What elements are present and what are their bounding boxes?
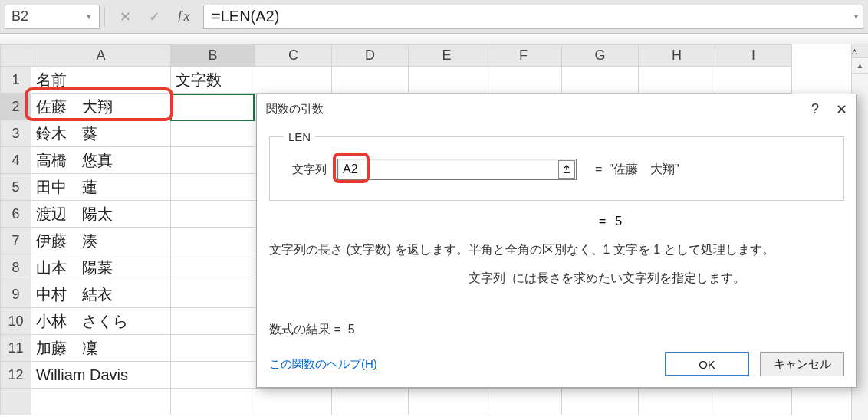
argument-row: 文字列 = "佐藤 大翔" — [284, 159, 830, 180]
cell-B2[interactable] — [171, 94, 255, 120]
formula-bar: B2 ▼ ✕ ✓ ƒx =LEN(A2) ▾ — [0, 0, 868, 34]
cell-A2[interactable]: 佐藤 大翔 — [31, 94, 171, 120]
function-help-link[interactable]: この関数のヘルプ(H) — [269, 357, 377, 372]
ribbon-collapse-icon[interactable]: ▵ — [852, 44, 868, 58]
argument-input[interactable] — [337, 159, 577, 180]
col-header-F[interactable]: F — [485, 45, 562, 67]
name-box-value: B2 — [12, 8, 28, 25]
cell[interactable] — [171, 201, 255, 228]
cell[interactable] — [171, 389, 255, 415]
cell[interactable] — [639, 67, 715, 94]
ok-button[interactable]: OK — [665, 352, 749, 376]
cell[interactable] — [171, 362, 255, 389]
col-header-I[interactable]: I — [715, 45, 792, 67]
cell[interactable] — [562, 389, 639, 415]
cell[interactable] — [332, 389, 409, 415]
cell[interactable]: 伊藤 湊 — [31, 228, 171, 254]
cell[interactable] — [31, 389, 171, 415]
function-result: 5 — [615, 215, 622, 228]
separator — [104, 7, 105, 27]
cell[interactable] — [562, 67, 639, 94]
cell[interactable]: 鈴木 葵 — [31, 120, 171, 147]
col-header-G[interactable]: G — [562, 45, 639, 67]
row-header[interactable]: 1 — [1, 67, 31, 94]
cell[interactable]: 加藤 凜 — [31, 335, 171, 362]
col-header-A[interactable]: A — [31, 45, 171, 67]
cell[interactable] — [171, 254, 255, 281]
argument-description: 文字列 には長さを求めたい文字列を指定します。 — [269, 271, 844, 287]
row-header[interactable]: 11 — [1, 335, 31, 362]
formula-bar-icons: ✕ ✓ ƒx — [110, 6, 199, 28]
cell[interactable] — [171, 228, 255, 254]
cell[interactable]: 中村 結衣 — [31, 281, 171, 308]
fx-icon[interactable]: ƒx — [173, 6, 194, 28]
cell[interactable]: 高橋 悠真 — [31, 147, 171, 174]
col-header-E[interactable]: E — [409, 45, 485, 67]
row-header[interactable]: 7 — [1, 228, 31, 254]
function-result-row: = 5 — [269, 215, 844, 228]
function-name: LEN — [284, 130, 315, 143]
argument-eval: = "佐藤 大翔" — [595, 162, 679, 178]
row-header[interactable]: 12 — [1, 362, 31, 389]
argument-label: 文字列 — [284, 162, 327, 177]
cell[interactable]: William Davis — [31, 362, 171, 389]
help-icon[interactable]: ? — [811, 101, 819, 117]
row-header[interactable]: 10 — [1, 308, 31, 335]
cancel-button[interactable]: キャンセル — [760, 352, 844, 376]
function-description: 文字列の長さ (文字数) を返します。半角と全角の区別なく、1 文字を 1 とし… — [269, 242, 844, 258]
function-fieldset: LEN 文字列 = "佐藤 大翔" — [269, 130, 844, 201]
row-header[interactable]: 3 — [1, 120, 31, 147]
cell[interactable] — [255, 67, 332, 94]
row-header[interactable]: 9 — [1, 281, 31, 308]
cell[interactable]: 山本 陽菜 — [31, 254, 171, 281]
cell[interactable] — [332, 67, 409, 94]
dialog-title: 関数の引数 — [266, 102, 324, 116]
cell[interactable] — [639, 389, 715, 415]
cell[interactable] — [255, 389, 332, 415]
col-header-C[interactable]: C — [255, 45, 332, 67]
cell[interactable] — [715, 67, 792, 94]
scroll-up-icon[interactable]: ▲ — [852, 58, 868, 74]
row-header[interactable]: 8 — [1, 254, 31, 281]
cell[interactable]: 小林 さくら — [31, 308, 171, 335]
cell[interactable] — [171, 120, 255, 147]
col-header-B[interactable]: B — [171, 45, 255, 67]
row-header[interactable]: 2 — [1, 94, 31, 120]
row-header[interactable]: 4 — [1, 147, 31, 174]
row-header[interactable]: 5 — [1, 174, 31, 201]
cell[interactable] — [485, 67, 562, 94]
cancel-icon[interactable]: ✕ — [114, 6, 136, 28]
cell[interactable] — [485, 389, 562, 415]
cell[interactable]: 渡辺 陽太 — [31, 201, 171, 228]
col-header-H[interactable]: H — [639, 45, 715, 67]
row-header[interactable]: 6 — [1, 201, 31, 228]
ribbon-strip — [0, 34, 868, 44]
cell[interactable] — [171, 308, 255, 335]
cell[interactable]: 田中 蓮 — [31, 174, 171, 201]
cell[interactable] — [171, 281, 255, 308]
argument-input-wrap — [337, 159, 577, 180]
formula-expand-icon[interactable]: ▾ — [854, 12, 858, 21]
formula-input[interactable]: =LEN(A2) ▾ — [203, 5, 863, 29]
cell[interactable] — [171, 174, 255, 201]
function-arguments-dialog: 関数の引数 ? ✕ LEN 文字列 = "佐藤 大翔" — [256, 94, 857, 388]
dialog-footer: この関数のヘルプ(H) OK キャンセル — [257, 346, 856, 387]
cell[interactable] — [409, 389, 485, 415]
range-select-icon[interactable] — [558, 160, 575, 179]
cell-A1[interactable]: 名前 — [31, 67, 171, 94]
cell[interactable] — [409, 67, 485, 94]
enter-icon[interactable]: ✓ — [143, 6, 165, 28]
select-all-corner[interactable] — [1, 45, 31, 67]
cell[interactable] — [171, 335, 255, 362]
name-box[interactable]: B2 ▼ — [5, 5, 100, 29]
cell[interactable] — [171, 147, 255, 174]
row-header[interactable] — [1, 389, 31, 415]
dialog-titlebar[interactable]: 関数の引数 ? ✕ — [257, 94, 856, 124]
formula-result-row: 数式の結果 = 5 — [269, 322, 844, 338]
cell[interactable] — [715, 389, 792, 415]
close-icon[interactable]: ✕ — [836, 101, 847, 118]
chevron-down-icon[interactable]: ▼ — [85, 12, 93, 21]
cell-B1[interactable]: 文字数 — [171, 67, 255, 94]
col-header-D[interactable]: D — [332, 45, 409, 67]
formula-text: =LEN(A2) — [212, 8, 279, 25]
